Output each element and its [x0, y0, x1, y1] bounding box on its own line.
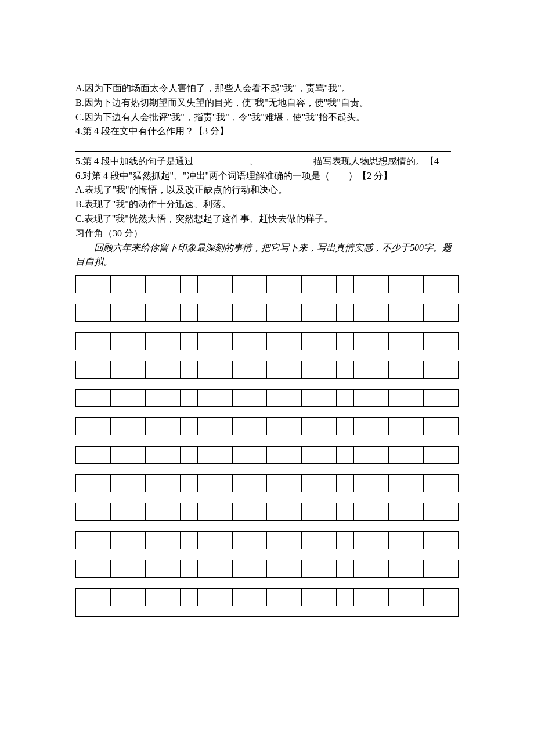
grid-cell[interactable] [128, 532, 146, 549]
grid-cell[interactable] [163, 276, 181, 293]
grid-cell[interactable] [337, 276, 354, 293]
grid-cell[interactable] [128, 447, 146, 463]
grid-cell[interactable] [441, 276, 458, 293]
grid-cell[interactable] [76, 532, 93, 549]
grid-cell[interactable] [267, 276, 284, 293]
grid-cell[interactable] [181, 447, 198, 463]
grid-cell[interactable] [146, 503, 163, 520]
grid-cell[interactable] [424, 361, 441, 378]
grid-cell[interactable] [284, 361, 302, 378]
grid-cell[interactable] [354, 503, 371, 520]
grid-cell[interactable] [406, 475, 424, 492]
grid-cell[interactable] [76, 361, 93, 378]
grid-cell[interactable] [389, 390, 406, 406]
grid-cell[interactable] [250, 333, 268, 350]
grid-cell[interactable] [302, 361, 319, 378]
grid-cell[interactable] [267, 503, 284, 520]
grid-cell[interactable] [76, 503, 93, 520]
grid-cell[interactable] [76, 560, 93, 577]
grid-cell[interactable] [198, 333, 215, 350]
grid-cell[interactable] [198, 560, 215, 577]
grid-cell[interactable] [354, 333, 371, 350]
grid-cell[interactable] [302, 560, 319, 577]
grid-cell[interactable] [93, 589, 111, 606]
grid-cell[interactable] [389, 532, 406, 549]
grid-row[interactable] [75, 304, 459, 322]
grid-cell[interactable] [441, 560, 458, 577]
grid-cell[interactable] [250, 390, 268, 406]
grid-cell[interactable] [267, 361, 284, 378]
grid-cell[interactable] [406, 447, 424, 463]
grid-cell[interactable] [319, 560, 337, 577]
grid-cell[interactable] [233, 532, 250, 549]
grid-cell[interactable] [441, 418, 458, 435]
grid-cell[interactable] [406, 418, 424, 435]
grid-cell[interactable] [215, 276, 233, 293]
grid-cell[interactable] [250, 276, 268, 293]
grid-cell[interactable] [163, 333, 181, 350]
grid-cell[interactable] [371, 475, 389, 492]
grid-cell[interactable] [424, 390, 441, 406]
grid-cell[interactable] [215, 361, 233, 378]
grid-cell[interactable] [215, 532, 233, 549]
grid-cell[interactable] [267, 418, 284, 435]
grid-cell[interactable] [424, 333, 441, 350]
grid-cell[interactable] [319, 418, 337, 435]
grid-cell[interactable] [76, 333, 93, 350]
grid-cell[interactable] [441, 589, 458, 606]
fill-blank-1[interactable] [194, 154, 249, 164]
grid-cell[interactable] [337, 361, 354, 378]
grid-cell[interactable] [337, 475, 354, 492]
grid-cell[interactable] [163, 589, 181, 606]
grid-cell[interactable] [389, 447, 406, 463]
grid-cell[interactable] [267, 447, 284, 463]
grid-cell[interactable] [389, 304, 406, 321]
grid-cell[interactable] [284, 532, 302, 549]
grid-cell[interactable] [181, 589, 198, 606]
grid-cell[interactable] [198, 503, 215, 520]
grid-cell[interactable] [319, 304, 337, 321]
grid-cell[interactable] [163, 532, 181, 549]
grid-cell[interactable] [146, 390, 163, 406]
grid-cell[interactable] [424, 447, 441, 463]
grid-cell[interactable] [302, 418, 319, 435]
grid-cell[interactable] [215, 390, 233, 406]
grid-cell[interactable] [337, 532, 354, 549]
grid-cell[interactable] [111, 589, 128, 606]
grid-cell[interactable] [111, 503, 128, 520]
grid-cell[interactable] [424, 304, 441, 321]
grid-cell[interactable] [371, 304, 389, 321]
grid-cell[interactable] [250, 418, 268, 435]
grid-cell[interactable] [424, 532, 441, 549]
grid-cell[interactable] [406, 276, 424, 293]
grid-cell[interactable] [181, 503, 198, 520]
grid-cell[interactable] [284, 333, 302, 350]
grid-cell[interactable] [250, 560, 268, 577]
grid-cell[interactable] [215, 418, 233, 435]
grid-cell[interactable] [93, 475, 111, 492]
grid-cell[interactable] [389, 276, 406, 293]
grid-cell[interactable] [76, 276, 93, 293]
grid-cell[interactable] [111, 560, 128, 577]
grid-cell[interactable] [284, 475, 302, 492]
grid-cell[interactable] [441, 447, 458, 463]
grid-cell[interactable] [163, 475, 181, 492]
grid-cell[interactable] [111, 276, 128, 293]
grid-cell[interactable] [76, 589, 93, 606]
grid-cell[interactable] [406, 333, 424, 350]
grid-cell[interactable] [441, 503, 458, 520]
grid-cell[interactable] [371, 447, 389, 463]
grid-cell[interactable] [406, 589, 424, 606]
grid-cell[interactable] [233, 418, 250, 435]
grid-cell[interactable] [371, 390, 389, 406]
grid-cell[interactable] [76, 447, 93, 463]
grid-cell[interactable] [337, 503, 354, 520]
grid-cell[interactable] [146, 532, 163, 549]
grid-cell[interactable] [163, 418, 181, 435]
grid-cell[interactable] [111, 475, 128, 492]
grid-cell[interactable] [371, 560, 389, 577]
grid-cell[interactable] [163, 503, 181, 520]
grid-cell[interactable] [424, 418, 441, 435]
grid-cell[interactable] [163, 447, 181, 463]
grid-cell[interactable] [111, 304, 128, 321]
